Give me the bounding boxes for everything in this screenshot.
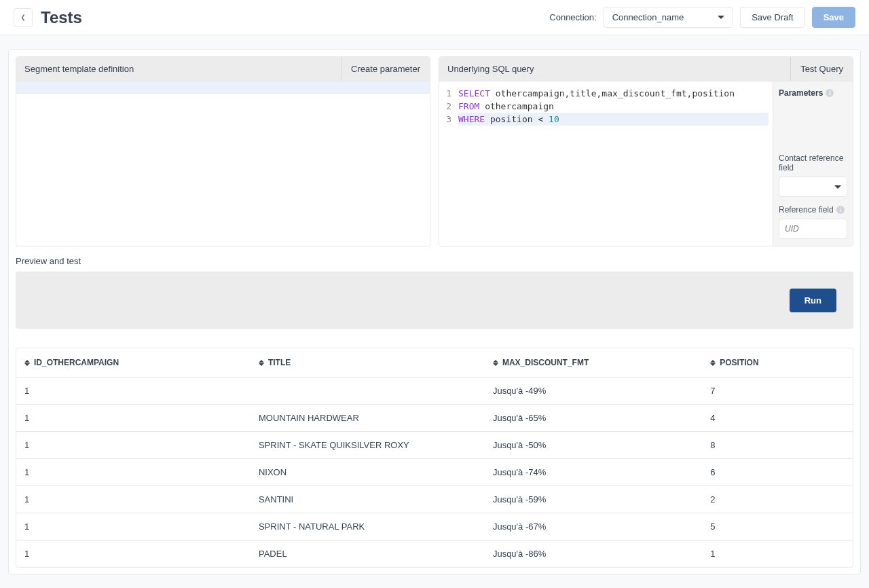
connection-value: Connection_name [612, 12, 684, 22]
table-cell: 1 [16, 540, 251, 568]
table-header-row: ID_OTHERCAMPAIGNTITLEMAX_DISCOUNT_FMTPOS… [16, 348, 853, 378]
app-header: Tests Connection: Connection_name Save D… [0, 0, 869, 35]
save-button[interactable]: Save [812, 7, 855, 28]
code-editor[interactable]: 123 SELECT othercampaign,title,max_disco… [439, 81, 773, 246]
table-row[interactable]: 1NIXONJusqu'à -74%6 [16, 459, 853, 486]
sql-panel-title: Underlying SQL query [447, 64, 534, 74]
table-row[interactable]: 1Jusqu'à -49%7 [16, 378, 853, 405]
caret-down-icon [718, 16, 724, 19]
table-cell: Jusqu'à -59% [485, 486, 702, 513]
table-row[interactable]: 1SPRINT - SKATE QUIKSILVER ROXYJusqu'à -… [16, 432, 853, 459]
table-cell: 1 [702, 540, 853, 568]
table-cell [251, 378, 485, 405]
segment-panel-title: Segment template definition [24, 64, 134, 74]
table-cell: 1 [16, 405, 251, 432]
table-cell: SANTINI [251, 486, 485, 513]
table-cell: SPRINT - NATURAL PARK [251, 513, 485, 540]
create-parameter-button[interactable]: Create parameter [341, 57, 430, 81]
sql-panel-body: 123 SELECT othercampaign,title,max_disco… [439, 81, 853, 246]
segment-panel-body[interactable] [16, 81, 430, 246]
table-cell: NIXON [251, 459, 485, 486]
card: Segment template definition Create param… [8, 49, 861, 575]
table-row[interactable]: 1MOUNTAIN HARDWEARJusqu'à -65%4 [16, 405, 853, 432]
code-gutter: 123 [439, 81, 456, 246]
page-title: Tests [41, 8, 82, 27]
reference-field-label: Reference field i [779, 205, 847, 215]
spacer [779, 102, 847, 145]
chevron-left-icon [20, 14, 26, 22]
table-cell: MOUNTAIN HARDWEAR [251, 405, 485, 432]
table-cell: Jusqu'à -50% [485, 432, 702, 459]
table-row[interactable]: 1SPRINT - NATURAL PARKJusqu'à -67%5 [16, 513, 853, 540]
table-cell: 7 [702, 378, 853, 405]
header-right: Connection: Connection_name Save Draft S… [549, 7, 855, 28]
table-cell: PADEL [251, 540, 485, 568]
caret-down-icon [834, 185, 841, 189]
reference-field-label-text: Reference field [779, 205, 834, 215]
table-cell: 5 [702, 513, 853, 540]
segment-panel-header: Segment template definition Create param… [16, 57, 430, 81]
segment-empty-line [16, 81, 430, 94]
column-header[interactable]: POSITION [702, 348, 853, 378]
main-content: Segment template definition Create param… [0, 35, 869, 588]
table-row[interactable]: 1SANTINIJusqu'à -59%2 [16, 486, 853, 513]
preview-bar: Run [16, 272, 853, 329]
save-draft-button[interactable]: Save Draft [740, 7, 805, 28]
connection-select[interactable]: Connection_name [604, 7, 734, 28]
contact-ref-label: Contact reference field [779, 153, 847, 172]
sort-icon [493, 360, 498, 366]
results-table: ID_OTHERCAMPAIGNTITLEMAX_DISCOUNT_FMTPOS… [16, 348, 853, 568]
test-query-button[interactable]: Test Query [790, 57, 853, 81]
table-cell: 1 [16, 378, 251, 405]
table-cell: Jusqu'à -86% [485, 540, 702, 568]
table-cell: 1 [16, 459, 251, 486]
contact-ref-select[interactable] [779, 177, 847, 197]
column-header[interactable]: MAX_DISCOUNT_FMT [485, 348, 702, 378]
sort-icon [710, 360, 716, 366]
table-cell: 4 [702, 405, 853, 432]
back-button[interactable] [14, 8, 33, 27]
header-left: Tests [14, 8, 82, 27]
table-cell: Jusqu'à -67% [485, 513, 702, 540]
table-cell: Jusqu'à -74% [485, 459, 702, 486]
sql-panel-header: Underlying SQL query Test Query [439, 57, 853, 81]
parameters-title-text: Parameters [779, 88, 823, 98]
sort-icon [259, 360, 264, 366]
connection-label: Connection: [549, 12, 596, 22]
column-header[interactable]: TITLE [251, 348, 485, 378]
reference-field-input[interactable] [779, 219, 847, 239]
table-cell: 6 [702, 459, 853, 486]
table-body: 1Jusqu'à -49%71MOUNTAIN HARDWEARJusqu'à … [16, 378, 853, 568]
segment-panel: Segment template definition Create param… [16, 56, 430, 246]
table-row[interactable]: 1PADELJusqu'à -86%1 [16, 540, 853, 568]
code-body: SELECT othercampaign,title,max_discount_… [456, 81, 773, 246]
info-icon[interactable]: i [836, 206, 845, 214]
table-cell: Jusqu'à -65% [485, 405, 702, 432]
table-cell: 1 [16, 486, 251, 513]
table-cell: SPRINT - SKATE QUIKSILVER ROXY [251, 432, 485, 459]
preview-label: Preview and test [16, 256, 853, 266]
table-cell: 1 [16, 513, 251, 540]
table-cell: 8 [702, 432, 853, 459]
parameters-title: Parameters i [779, 88, 847, 98]
table-cell: 1 [16, 432, 251, 459]
sort-icon [24, 360, 30, 366]
info-icon[interactable]: i [826, 89, 834, 97]
sql-panel: Underlying SQL query Test Query 123 SELE… [439, 56, 853, 246]
editor-row: Segment template definition Create param… [16, 56, 853, 246]
table-cell: Jusqu'à -49% [485, 378, 702, 405]
run-button[interactable]: Run [790, 289, 836, 312]
column-header[interactable]: ID_OTHERCAMPAIGN [16, 348, 251, 378]
table-cell: 2 [702, 486, 853, 513]
parameters-sidebar: Parameters i Contact reference field Ref… [773, 81, 853, 246]
